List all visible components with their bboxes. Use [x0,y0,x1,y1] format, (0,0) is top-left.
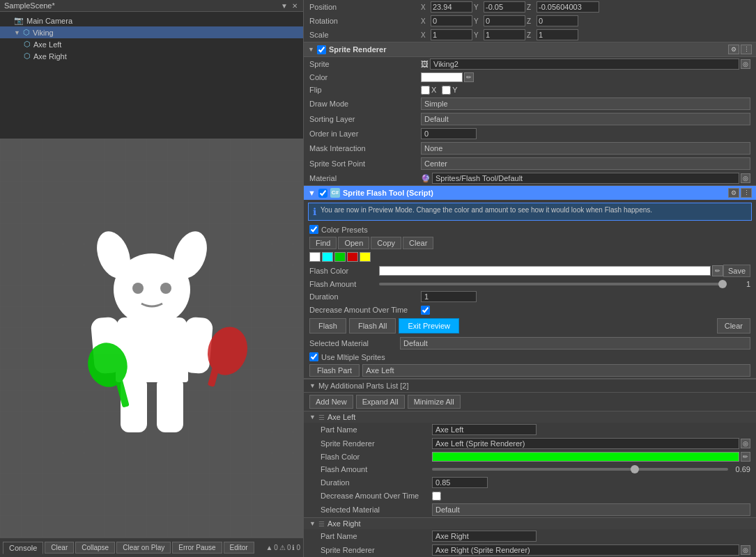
part-dec-checkbox[interactable] [432,492,441,501]
minimize-all-btn[interactable]: Minimize All [408,395,461,409]
position-label: Position [309,3,421,11]
part-sr-picker-btn[interactable]: ◎ [741,439,750,448]
add-new-btn[interactable]: Add New [309,395,353,409]
selected-material-select[interactable]: Default [400,337,750,350]
clear-on-play-btn[interactable]: Clear on Play [116,542,171,554]
open-btn[interactable]: Open [338,237,369,249]
sr-settings-btn[interactable]: ⚙ [728,45,739,54]
part-fa-slider[interactable] [432,468,728,471]
hierarchy-item-main-camera[interactable]: 📷 Main Camera [0,15,303,26]
part-name-label: Axe Right [327,519,361,528]
flash-color-row: Flash Color ✏ Save [304,263,756,278]
error-pause-btn[interactable]: Error Pause [172,542,222,554]
flip-y-checkbox[interactable] [442,86,451,95]
camera-icon: 📷 [14,16,24,25]
sr-menu-btn[interactable]: ⋮ [741,45,752,54]
parts-list-toggle[interactable]: ▼ [309,382,316,389]
hierarchy-item-viking[interactable]: ▼ ⬡ Viking [0,26,303,38]
flash-amount-slider[interactable] [379,283,727,285]
drag-handle-icon[interactable]: ☰ [318,520,325,528]
flash-part-btn[interactable]: Flash Part [309,364,360,377]
exit-preview-btn[interactable]: Exit Preview [399,318,459,334]
hierarchy-collapse-btn[interactable]: ▼ [279,2,289,10]
rotation-y-input[interactable] [484,15,525,26]
part2-name-input[interactable] [432,531,537,542]
part-flash-color-green[interactable] [432,452,739,462]
expand-icon[interactable]: ▼ [308,46,314,53]
position-x-input[interactable] [431,1,472,13]
material-input[interactable] [432,173,739,184]
clear-console-btn[interactable]: Clear [45,542,74,554]
part-fc-dropper-btn[interactable]: ✏ [741,452,750,462]
color-dropper-btn[interactable]: ✏ [464,72,474,82]
ft-enabled-checkbox[interactable] [318,189,327,198]
rotation-x-input[interactable] [431,15,472,26]
expand-all-btn[interactable]: Expand All [356,395,405,409]
flash-color-save-btn[interactable]: Save [723,265,750,277]
scene-view [0,139,303,538]
position-z-input[interactable] [537,1,599,13]
part2-sr-input[interactable] [432,544,739,556]
sr-enabled-checkbox[interactable] [317,45,326,54]
flash-info-box: ℹ You are now in Preview Mode. Change th… [308,203,752,221]
swatch-yellow[interactable] [360,252,371,262]
sprite-sort-select[interactable]: Center [421,157,750,170]
sorting-layer-select[interactable]: Default [421,113,750,125]
part-toggle[interactable]: ▼ [309,414,316,421]
order-layer-input[interactable] [421,128,477,139]
flip-x-checkbox[interactable] [421,86,430,95]
mask-interaction-select[interactable]: None [421,142,750,155]
clear-preset-btn[interactable]: Clear [403,237,433,249]
flash-all-btn[interactable]: Flash All [349,318,396,334]
swatch-cyan[interactable] [322,252,333,262]
flash-btn[interactable]: Flash [309,318,346,334]
use-multiple-checkbox[interactable] [309,352,318,361]
flip-y-label: Y [452,86,457,94]
copy-btn[interactable]: Copy [371,237,401,249]
editor-btn[interactable]: Editor [224,542,254,554]
position-row: Position X Y Z [304,0,756,14]
part-toggle[interactable]: ▼ [309,520,316,527]
scale-y-input[interactable] [484,29,525,40]
hierarchy-item-axe-right[interactable]: ⬡ Axe Right [0,50,303,62]
color-presets-checkbox[interactable] [309,225,318,234]
part2-sr-picker-btn[interactable]: ◎ [741,545,750,555]
part-sr-input[interactable] [432,438,739,449]
drag-handle-icon[interactable]: ☰ [318,414,325,421]
duration-input[interactable] [421,291,477,302]
flash-clear-btn[interactable]: Clear [717,318,750,334]
sprite-picker-btn[interactable]: ◎ [741,59,750,69]
part-sm-select[interactable]: Default [432,503,750,516]
part2-sr-label: Sprite Renderer [321,546,432,554]
decrease-checkbox[interactable] [421,306,430,315]
hierarchy-close-btn[interactable]: ✕ [291,2,299,10]
collapse-btn[interactable]: Collapse [75,542,115,554]
hierarchy-item-axe-left[interactable]: ⬡ Axe Left [0,38,303,50]
part-dur-input[interactable] [432,477,488,488]
flash-tool-header: ▼ C# Sprite Flash Tool (Script) ⚙ ⋮ [304,186,756,200]
position-y-input[interactable] [484,1,525,13]
ft-expand-icon[interactable]: ▼ [308,189,316,197]
find-btn[interactable]: Find [309,237,337,249]
flash-color-picker[interactable] [379,266,711,276]
color-picker[interactable] [421,72,463,82]
part-name-input[interactable] [432,424,537,435]
draw-mode-select[interactable]: Simple [421,97,750,110]
rotation-z-input[interactable] [537,15,578,26]
ft-menu-btn[interactable]: ⋮ [741,188,752,198]
sprite-sort-row: Sprite Sort Point Center [304,156,756,171]
scale-label: Scale [309,31,421,39]
flash-part-select[interactable]: Axe Left Axe Right [362,364,750,377]
swatch-red[interactable] [347,252,358,262]
console-tab[interactable]: Console [3,542,43,554]
scale-z-input[interactable] [537,29,578,40]
part-name-label: Part Name [321,425,432,434]
flip-value: X Y [421,86,750,95]
flash-color-dropper-btn[interactable]: ✏ [712,265,723,276]
material-picker-btn[interactable]: ◎ [741,173,750,183]
swatch-white[interactable] [309,252,321,262]
scale-x-input[interactable] [431,29,472,40]
sprite-input[interactable] [430,58,739,70]
swatch-green[interactable] [334,252,346,262]
ft-settings-btn[interactable]: ⚙ [728,188,739,198]
